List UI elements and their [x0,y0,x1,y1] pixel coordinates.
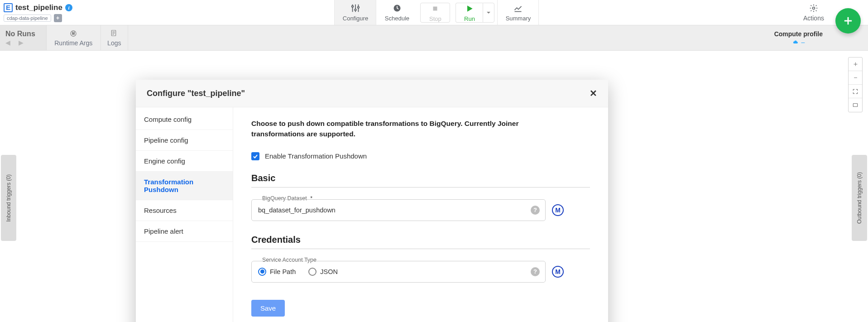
radio-json[interactable]: JSON [308,268,338,276]
basic-section: Basic BigQuery Dataset * bq_dataset_for_… [251,173,590,221]
run-label: Run [464,15,475,22]
tag-row: cdap-data-pipeline + [4,14,72,22]
cloud-icon: – [792,38,805,46]
configure-label: Configure [343,15,368,22]
canvas-area[interactable]: Inbound triggers (0) Outbound triggers (… [0,51,868,322]
zoom-in-button[interactable]: ＋ [849,58,862,71]
chart-icon [513,3,523,13]
compute-profile-label: Compute profile [774,30,823,38]
basic-section-title: Basic [251,173,590,187]
stop-icon [430,4,440,14]
topbar-left: test_pipeline cdap-data-pipeline + [0,0,78,25]
runtime-args-tab[interactable]: M Runtime Args [47,25,101,50]
runtime-args-label: Runtime Args [54,39,92,47]
sat-radio-group: File Path JSON [258,268,338,276]
document-icon [110,29,118,38]
radio-dot-icon [308,268,317,276]
zoom-controls: ＋ － [848,57,863,112]
sat-field-wrap: Service Account Type File Path [251,261,546,283]
plus-icon [842,14,854,27]
sat-radio-group-box: File Path JSON ? [251,261,546,283]
svg-point-5 [358,6,360,8]
actions-button[interactable]: Actions [796,0,832,25]
sliders-icon [350,3,360,13]
radio-dot-icon [258,268,266,276]
modal-content: Choose to push down compatible transform… [233,107,608,322]
no-runs-label: No Runs [5,30,35,38]
sat-field-row: Service Account Type File Path [251,261,590,283]
topbar-center: Configure Schedule Stop Run [334,0,539,25]
sidebar-item-engine-config[interactable]: Engine config [136,151,233,172]
pushdown-description: Choose to push down compatible transform… [251,118,541,139]
sat-help-icon[interactable]: ? [531,267,540,276]
dataset-help-icon[interactable]: ? [531,206,540,215]
svg-rect-7 [433,6,437,10]
enable-pushdown-label: Enable Transformation Pushdown [265,152,367,160]
schedule-button[interactable]: Schedule [376,0,417,25]
dataset-field-row: BigQuery Dataset * bq_dataset_for_pushdo… [251,199,590,221]
minimap-button[interactable] [849,98,862,112]
summary-button[interactable]: Summary [497,0,539,25]
radio-json-label: JSON [320,268,338,275]
sidebar-item-pipeline-config[interactable]: Pipeline config [136,130,233,151]
add-tag-button[interactable]: + [54,14,62,22]
compute-profile[interactable]: Compute profile – [774,30,868,46]
chevron-down-icon [486,10,491,15]
app-logo-icon [4,3,13,12]
zoom-out-button[interactable]: － [849,71,862,85]
dataset-input[interactable]: bq_dataset_for_pushdown ? [251,199,546,221]
outbound-triggers-tab[interactable]: Outbound triggers (0) [852,155,867,241]
dataset-field-wrap: BigQuery Dataset * bq_dataset_for_pushdo… [251,199,546,221]
actions-label: Actions [803,14,824,22]
fit-to-screen-button[interactable] [849,85,862,98]
schedule-label: Schedule [385,15,409,22]
sidebar-item-transformation-pushdown[interactable]: Transformation Pushdown [136,172,233,200]
title-row: test_pipeline [4,3,72,12]
clock-icon [392,3,402,13]
modal-title: Configure "test_pipeline" [147,89,245,98]
modal-header: Configure "test_pipeline" ✕ [136,80,608,107]
dataset-value: bq_dataset_for_pushdown [258,207,336,214]
sidebar-item-resources[interactable]: Resources [136,200,233,221]
modal-footer: Save [251,296,590,322]
prev-run-icon[interactable]: ◀ [5,39,10,46]
run-button[interactable]: Run [456,3,483,23]
check-icon [252,153,259,159]
stop-label: Stop [429,15,441,22]
radio-file-path[interactable]: File Path [258,268,296,276]
next-run-icon[interactable]: ▶ [19,39,24,46]
minimap-icon [852,102,858,108]
pipeline-name: test_pipeline [15,3,62,12]
save-button[interactable]: Save [251,300,285,317]
sat-macro-button[interactable]: M [552,266,564,278]
logs-tab[interactable]: Logs [101,25,128,50]
runs-nav: ◀ ▶ [5,39,35,46]
svg-point-4 [355,9,356,11]
enable-pushdown-checkbox[interactable] [251,152,259,160]
pipeline-type-tag[interactable]: cdap-data-pipeline [4,14,51,22]
configure-button[interactable]: Configure [334,0,376,25]
enable-pushdown-row: Enable Transformation Pushdown [251,152,590,160]
sidebar-item-pipeline-alert[interactable]: Pipeline alert [136,221,233,242]
fab-add-button[interactable] [835,8,861,34]
inbound-triggers-tab[interactable]: Inbound triggers (0) [1,155,16,241]
svg-point-3 [352,6,354,8]
svg-text:M: M [72,32,75,35]
gear-icon [809,4,818,13]
stop-button[interactable]: Stop [420,3,450,23]
logs-label: Logs [107,39,121,47]
configure-modal: Configure "test_pipeline" ✕ Compute conf… [136,80,608,322]
runs-block: No Runs ◀ ▶ [0,25,47,50]
inbound-triggers-label: Inbound triggers (0) [5,174,12,222]
info-icon[interactable] [65,4,72,11]
modal-sidebar: Compute config Pipeline config Engine co… [136,107,233,322]
sidebar-item-compute-config[interactable]: Compute config [136,109,233,130]
run-dropdown-caret[interactable] [483,3,494,23]
modal-close-button[interactable]: ✕ [590,88,597,99]
svg-rect-19 [853,104,857,107]
svg-marker-9 [487,12,490,14]
credentials-section: Credentials Service Account Type [251,235,590,283]
modal-body: Compute config Pipeline config Engine co… [136,107,608,322]
summary-label: Summary [506,15,531,22]
dataset-macro-button[interactable]: M [552,204,564,216]
